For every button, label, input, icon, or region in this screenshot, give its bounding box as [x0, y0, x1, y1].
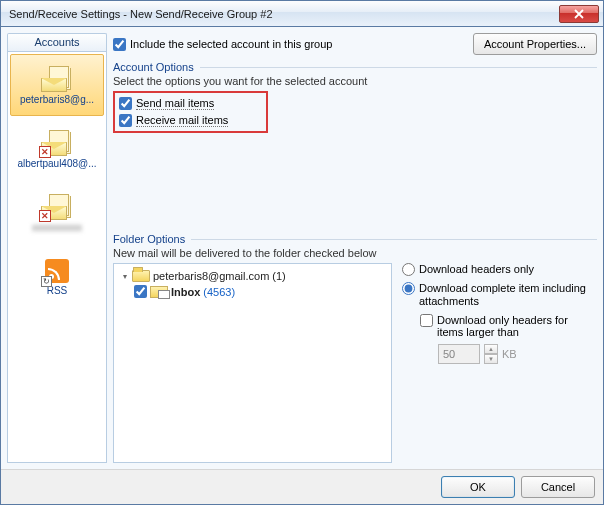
account-label: albertpaul408@... [17, 158, 96, 169]
download-headers-only-row: Download headers only [402, 263, 597, 276]
account-item-albertpaul408[interactable]: ✕ albertpaul408@... [10, 118, 104, 180]
ok-label: OK [470, 481, 486, 493]
dialog-button-row: OK Cancel [1, 469, 603, 504]
account-label: xxxxxxxxxx [32, 222, 82, 233]
size-spinner-row: 50 ▲ ▼ KB [438, 344, 597, 364]
download-only-headers-larger-label: Download only headers for items larger t… [437, 314, 597, 338]
main-panel: Include the selected account in this gro… [113, 33, 597, 463]
folder-options-desc: New mail will be delivered to the folder… [113, 247, 597, 259]
legend-text: Folder Options [113, 233, 185, 245]
include-account-row: Include the selected account in this gro… [113, 38, 465, 51]
tree-root-count: (1) [272, 270, 285, 282]
close-button[interactable] [559, 5, 599, 23]
client-area: Accounts peterbaris8@g... ✕ albertpaul40… [1, 27, 603, 469]
window-title: Send/Receive Settings - New Send/Receive… [9, 8, 559, 20]
mail-account-error-icon: ✕ [41, 194, 73, 220]
download-complete-radio[interactable] [402, 282, 415, 295]
receive-mail-row: Receive mail items [119, 114, 256, 127]
receive-mail-label: Receive mail items [136, 114, 228, 127]
folder-area: ▾ peterbaris8@gmail.com (1) Inbox (4563) [113, 263, 597, 463]
download-only-headers-larger-checkbox[interactable] [420, 314, 433, 327]
folder-open-icon [132, 270, 150, 282]
size-spinner-buttons: ▲ ▼ [484, 344, 498, 364]
cancel-button[interactable]: Cancel [521, 476, 595, 498]
legend-text: Account Options [113, 61, 194, 73]
download-headers-only-label: Download headers only [419, 263, 534, 276]
titlebar[interactable]: Send/Receive Settings - New Send/Receive… [1, 1, 603, 27]
inbox-count: (4563) [203, 286, 235, 298]
size-input[interactable]: 50 [438, 344, 480, 364]
sidebar-header: Accounts [7, 33, 107, 51]
inbox-label: Inbox [171, 286, 200, 298]
mail-account-error-icon: ✕ [41, 130, 73, 156]
spinner-up-button[interactable]: ▲ [484, 344, 498, 354]
account-properties-label: Account Properties... [484, 38, 586, 50]
spinner-down-button[interactable]: ▼ [484, 354, 498, 364]
folder-options-fieldset: Folder Options New mail will be delivere… [113, 233, 597, 463]
accounts-list: peterbaris8@g... ✕ albertpaul408@... ✕ x… [7, 51, 107, 463]
send-mail-checkbox[interactable] [119, 97, 132, 110]
collapse-icon[interactable]: ▾ [120, 272, 129, 281]
size-unit: KB [502, 348, 517, 360]
account-options-legend: Account Options [113, 61, 597, 73]
account-options-fieldset: Account Options Select the options you w… [113, 61, 597, 133]
size-value: 50 [443, 348, 455, 360]
download-only-headers-larger-row: Download only headers for items larger t… [420, 314, 597, 338]
highlighted-options-box: Send mail items Receive mail items [113, 91, 268, 133]
close-icon [574, 9, 584, 19]
accounts-sidebar: Accounts peterbaris8@g... ✕ albertpaul40… [7, 33, 107, 463]
download-options: Download headers only Download complete … [402, 263, 597, 463]
account-item-blurred[interactable]: ✕ xxxxxxxxxx [10, 182, 104, 244]
send-mail-label: Send mail items [136, 97, 214, 110]
receive-mail-checkbox[interactable] [119, 114, 132, 127]
rss-icon: ↻ [45, 259, 69, 283]
account-properties-button[interactable]: Account Properties... [473, 33, 597, 55]
ok-button[interactable]: OK [441, 476, 515, 498]
folder-options-legend: Folder Options [113, 233, 597, 245]
tree-root-label: peterbaris8@gmail.com [153, 270, 269, 282]
inbox-checkbox[interactable] [134, 285, 147, 298]
send-mail-row: Send mail items [119, 97, 256, 110]
tree-inbox-row[interactable]: Inbox (4563) [134, 285, 385, 298]
download-headers-only-radio[interactable] [402, 263, 415, 276]
cancel-label: Cancel [541, 481, 575, 493]
top-row: Include the selected account in this gro… [113, 33, 597, 55]
account-item-rss[interactable]: ↻ RSS [10, 246, 104, 308]
account-label: peterbaris8@g... [20, 94, 94, 105]
tree-root-row[interactable]: ▾ peterbaris8@gmail.com (1) [120, 270, 385, 282]
account-item-peterbaris8[interactable]: peterbaris8@g... [10, 54, 104, 116]
include-account-checkbox[interactable] [113, 38, 126, 51]
download-complete-label: Download complete item including attachm… [419, 282, 597, 308]
mail-account-icon [41, 66, 73, 92]
folder-tree[interactable]: ▾ peterbaris8@gmail.com (1) Inbox (4563) [113, 263, 392, 463]
download-complete-row: Download complete item including attachm… [402, 282, 597, 308]
dialog-window: Send/Receive Settings - New Send/Receive… [0, 0, 604, 505]
account-options-desc: Select the options you want for the sele… [113, 75, 597, 87]
inbox-icon [150, 286, 168, 298]
include-account-label: Include the selected account in this gro… [130, 38, 332, 50]
